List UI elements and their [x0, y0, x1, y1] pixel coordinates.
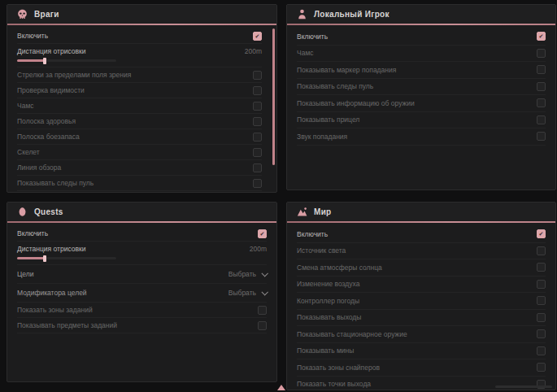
setting-label: Показать точки выхода	[297, 381, 371, 388]
setting-row-checkbox: Включить✔	[17, 28, 262, 44]
setting-row-checkbox: Линия обзора	[17, 160, 262, 176]
panel-quests-body: Включить✔Дистанция отрисовки200mЦелиВыбр…	[7, 223, 276, 333]
setting-row-checkbox: Полоска здоровья	[17, 114, 262, 129]
setting-label: Проверка видимости	[17, 87, 85, 94]
setting-label: Модификатора целей	[17, 290, 87, 297]
checkbox-unchecked[interactable]	[258, 321, 267, 330]
checkbox-unchecked[interactable]	[537, 98, 546, 107]
setting-label: Показывать следы пуль	[17, 180, 94, 187]
checkbox-unchecked[interactable]	[253, 179, 262, 188]
setting-row-checkbox: Показывать прицел	[297, 112, 546, 129]
setting-row-checkbox: Показать зоны снайперов	[297, 359, 546, 377]
dropdown[interactable]: Выбрать	[228, 289, 267, 297]
checkbox-unchecked[interactable]	[537, 346, 546, 355]
setting-row-checkbox: Показывать следы пуль	[17, 176, 262, 191]
dropdown[interactable]: Выбрать	[228, 270, 267, 278]
checkbox-checked[interactable]: ✔	[253, 32, 262, 41]
checkbox-unchecked[interactable]	[537, 363, 546, 372]
skull-icon	[17, 9, 28, 20]
checkbox-checked[interactable]: ✔	[258, 229, 267, 238]
slider-knob[interactable]	[43, 255, 46, 262]
setting-label: Полоска здоровья	[17, 118, 76, 125]
panel-enemies: Враги Включить✔Дистанция отрисовки200mСт…	[7, 4, 277, 193]
setting-label: Смена атмосферы солнца	[297, 264, 382, 272]
checkbox-checked[interactable]: ✔	[537, 32, 546, 41]
setting-label: Показывать предметы заданий	[17, 322, 117, 329]
slider-value: 200m	[250, 245, 267, 253]
setting-label: Линия обзора	[17, 164, 61, 172]
panel-title: Мир	[314, 207, 332, 216]
setting-row-checkbox: Скелет	[17, 145, 262, 160]
panel-world-header: Мир	[287, 203, 555, 221]
slider[interactable]	[17, 59, 116, 62]
setting-row-checkbox: Включить✔	[297, 226, 546, 243]
setting-row-checkbox: Показывать мины	[297, 343, 546, 360]
horizontal-scrollbar[interactable]	[495, 385, 552, 388]
checkbox-unchecked[interactable]	[537, 313, 546, 322]
vertical-scrollbar[interactable]	[272, 28, 275, 165]
checkbox-unchecked[interactable]	[253, 86, 262, 95]
checkbox-unchecked[interactable]	[537, 65, 546, 74]
setting-row-checkbox: Проверка видимости	[17, 83, 262, 98]
checkbox-unchecked[interactable]	[253, 102, 262, 111]
setting-label: Изменение воздуха	[297, 281, 359, 288]
panel-resize-grip[interactable]	[277, 385, 285, 390]
setting-label: Полоска боезапаса	[17, 133, 80, 141]
setting-row-checkbox: Показать зоны заданий	[17, 303, 267, 318]
mountains-icon	[297, 207, 307, 217]
setting-row-checkbox: Показывать следы пуль	[297, 79, 546, 96]
checkbox-unchecked[interactable]	[258, 306, 267, 315]
checkbox-unchecked[interactable]	[537, 82, 546, 91]
panel-world: Мир Включить✔Источник светаСмена атмосфе…	[286, 202, 556, 390]
checkbox-unchecked[interactable]	[537, 280, 546, 289]
checkbox-unchecked[interactable]	[537, 263, 546, 272]
checkbox-unchecked[interactable]	[253, 163, 262, 172]
panel-quests-header: Quests	[7, 203, 276, 221]
panel-world-body: Включить✔Источник светаСмена атмосферы с…	[287, 223, 555, 390]
setting-label: Показывать следы пуль	[297, 83, 373, 90]
panel-local-player: Локальный Игрок Включить✔ЧамсПоказывать …	[286, 4, 556, 190]
slider-value: 200m	[245, 47, 262, 55]
setting-row-checkbox: Включить✔	[297, 28, 546, 46]
setting-label: Показать зоны снайперов	[297, 364, 380, 372]
setting-label: Включить	[297, 231, 328, 238]
setting-row-checkbox: Изменение воздуха	[297, 277, 546, 294]
checkbox-unchecked[interactable]	[537, 246, 546, 255]
panel-enemies-header: Враги	[7, 5, 276, 24]
slider-knob[interactable]	[43, 58, 46, 64]
cheat-menu-screen: Враги Включить✔Дистанция отрисовки200mСт…	[0, 0, 557, 392]
panel-title: Локальный Игрок	[314, 10, 389, 19]
checkbox-unchecked[interactable]	[537, 296, 546, 305]
setting-label: Включить	[17, 33, 48, 40]
setting-row-checkbox: Показывать маркер попадания	[297, 62, 546, 79]
checkbox-unchecked[interactable]	[537, 115, 546, 124]
setting-label: Дистанция отрисовки	[17, 246, 86, 253]
setting-label: Чамс	[17, 102, 34, 110]
checkbox-unchecked[interactable]	[537, 329, 546, 338]
panel-title: Враги	[34, 10, 59, 19]
setting-row-checkbox: Звук попадания	[297, 128, 546, 146]
setting-row-checkbox: Смена атмосферы солнца	[297, 259, 546, 277]
setting-label: Цели	[17, 271, 33, 278]
panel-local-player-header: Локальный Игрок	[287, 5, 555, 24]
checkbox-unchecked[interactable]	[253, 133, 262, 142]
checkbox-unchecked[interactable]	[253, 148, 262, 157]
setting-label: Чамс	[297, 50, 314, 57]
checkbox-unchecked[interactable]	[253, 71, 262, 80]
setting-row-checkbox: Включить✔	[17, 226, 267, 242]
setting-label: Показать зоны заданий	[17, 307, 93, 314]
checkbox-unchecked[interactable]	[537, 49, 546, 58]
setting-row-select: Модификатора целейВыбрать	[17, 284, 267, 303]
setting-label: Показывать маркер попадания	[297, 67, 396, 74]
setting-label: Стрелки за пределами поля зрения	[17, 72, 131, 79]
slider[interactable]	[17, 257, 116, 259]
setting-row-checkbox: Полоска боезапаса	[17, 129, 262, 145]
setting-label: Дистанция отрисовки	[17, 48, 86, 55]
chevron-down-icon	[261, 270, 268, 277]
setting-label: Показывать мины	[297, 347, 354, 355]
panel-local-player-body: Включить✔ЧамсПоказывать маркер попадания…	[287, 25, 555, 146]
egg-icon	[17, 207, 28, 217]
checkbox-unchecked[interactable]	[253, 117, 262, 126]
checkbox-checked[interactable]: ✔	[537, 229, 546, 238]
checkbox-unchecked[interactable]	[537, 132, 546, 141]
